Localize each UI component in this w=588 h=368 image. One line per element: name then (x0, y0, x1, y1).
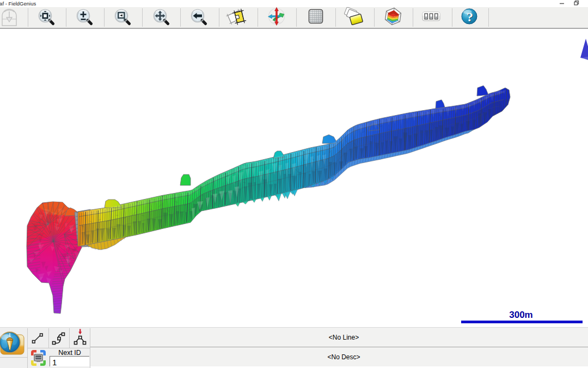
svg-text:?: ? (467, 10, 473, 24)
